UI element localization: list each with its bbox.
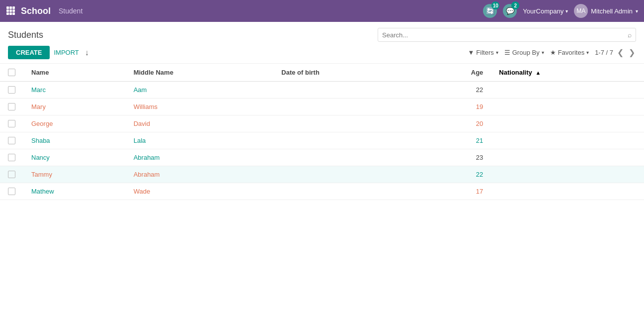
grid-icon[interactable] [6,6,15,16]
col-header-dob[interactable]: Date of birth [273,64,416,82]
search-icon: ⌕ [624,28,636,41]
student-name-link[interactable]: Shaba [31,137,50,144]
middle-name-link[interactable]: Abraham [134,154,160,161]
student-name-link[interactable]: Tammy [31,171,52,178]
cell-middle-name: Wade [126,183,274,200]
main-content: Students ⌕ CREATE IMPORT ↓ ▼ Filters ▾ ☰… [0,22,644,315]
favorites-button[interactable]: ★ Favorites ▾ [550,49,589,56]
student-name-link[interactable]: Mary [31,103,46,110]
row-checkbox[interactable] [8,154,15,161]
age-value: 20 [476,120,483,127]
student-name-link[interactable]: George [31,120,53,127]
table-row: MarcAam22 [0,82,644,99]
row-checkbox[interactable] [8,171,15,178]
cell-middle-name: Abraham [126,166,274,183]
col-header-middle-name[interactable]: Middle Name [126,64,274,82]
activity-button[interactable]: 🔄 10 [483,4,497,18]
row-checkbox-cell [0,99,23,115]
row-checkbox[interactable] [8,120,15,127]
groupby-icon: ☰ [504,49,510,56]
toolbar: Students ⌕ [0,22,644,46]
cell-nationality [491,99,644,115]
col-header-nationality[interactable]: Nationality ▲ [491,64,644,82]
cell-age: 17 [416,183,491,200]
cell-name: Shaba [23,132,126,149]
filters-button[interactable]: ▼ Filters ▾ [468,49,498,56]
cell-name: Nancy [23,149,126,166]
module-label: Student [59,7,82,15]
student-name-link[interactable]: Mathew [31,188,54,195]
age-value: 22 [476,171,483,178]
cell-middle-name: Lala [126,132,274,149]
user-name: Mitchell Admin [591,7,633,15]
create-button[interactable]: CREATE [8,46,50,59]
company-selector[interactable]: YourCompany ▾ [523,7,568,15]
middle-name-link[interactable]: David [134,120,150,127]
cell-nationality [491,115,644,132]
cell-nationality [491,132,644,149]
groupby-button[interactable]: ☰ Group By ▾ [504,49,544,56]
import-button[interactable]: IMPORT [54,49,79,56]
cell-dob [273,82,416,99]
svg-rect-6 [6,12,9,15]
cell-name: Mary [23,99,126,115]
search-container: ⌕ [378,28,636,42]
actionbar: CREATE IMPORT ↓ ▼ Filters ▾ ☰ Group By ▾… [0,46,644,64]
cell-age: 22 [416,166,491,183]
row-checkbox[interactable] [8,137,15,144]
cell-age: 21 [416,132,491,149]
favorites-label: Favorites [558,49,584,56]
cell-name: Tammy [23,166,126,183]
svg-rect-2 [12,6,15,9]
cell-name: Marc [23,82,126,99]
search-input[interactable] [378,29,624,41]
favorites-chevron-icon: ▾ [586,50,589,55]
pagination-prev-button[interactable]: ❮ [616,47,625,58]
cell-middle-name: David [126,115,274,132]
pagination-next-button[interactable]: ❯ [628,47,636,58]
middle-name-link[interactable]: Aam [134,86,147,94]
download-button[interactable]: ↓ [83,46,91,59]
select-all-checkbox[interactable] [8,69,15,76]
col-header-name[interactable]: Name [23,64,126,82]
messages-button[interactable]: 💬 2 [503,4,517,18]
students-table: Name Middle Name Date of birth Age Natio… [0,64,644,200]
student-name-link[interactable]: Marc [31,86,46,94]
select-all-header[interactable] [0,64,23,82]
row-checkbox-cell [0,183,23,200]
age-value: 17 [476,188,483,195]
cell-nationality [491,149,644,166]
cell-dob [273,183,416,200]
topnav-right: 🔄 10 💬 2 YourCompany ▾ MA Mitchell Admin… [483,4,638,18]
actionbar-right: ▼ Filters ▾ ☰ Group By ▾ ★ Favorites ▾ 1… [468,47,636,58]
row-checkbox[interactable] [8,188,15,195]
toolbar-right: ⌕ [43,28,636,42]
user-menu[interactable]: MA Mitchell Admin ▾ [574,4,638,18]
row-checkbox-cell [0,82,23,99]
cell-dob [273,132,416,149]
svg-rect-5 [12,9,15,12]
row-checkbox-cell [0,166,23,183]
table-row: ShabaLala21 [0,132,644,149]
toolbar-left: Students [8,30,43,40]
pagination-text: 1-7 / 7 [595,49,613,56]
middle-name-link[interactable]: Lala [134,137,146,144]
cell-dob [273,149,416,166]
filters-label: Filters [476,49,493,56]
row-checkbox-cell [0,115,23,132]
row-checkbox[interactable] [8,103,15,110]
middle-name-link[interactable]: Abraham [134,171,160,178]
svg-rect-7 [9,12,12,15]
table-row: MaryWilliams19 [0,99,644,115]
middle-name-link[interactable]: Williams [134,103,158,110]
age-value: 22 [476,86,483,94]
cell-nationality [491,183,644,200]
svg-rect-3 [6,9,9,12]
student-name-link[interactable]: Nancy [31,154,50,161]
middle-name-link[interactable]: Wade [134,188,150,195]
col-header-age[interactable]: Age [416,64,491,82]
cell-middle-name: Aam [126,82,274,99]
svg-rect-8 [12,12,15,15]
row-checkbox[interactable] [8,86,15,94]
age-value: 21 [476,137,483,144]
